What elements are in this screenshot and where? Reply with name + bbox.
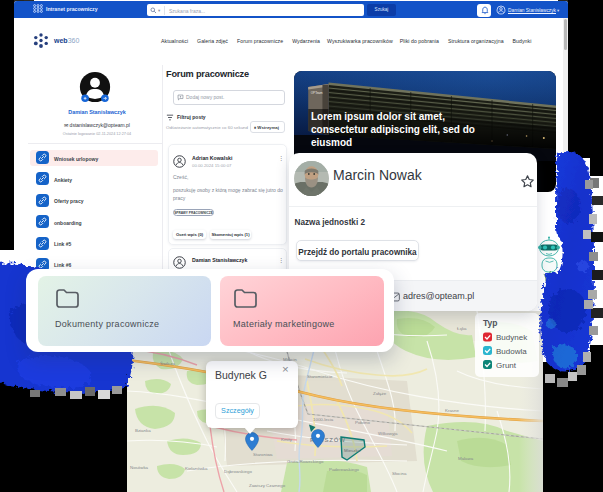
svg-text:Załęże: Załęże bbox=[373, 391, 387, 396]
svg-text:Grunt: Grunt bbox=[496, 361, 517, 370]
svg-text:Słocina: Słocina bbox=[392, 471, 407, 476]
svg-text:Grota-Roweckiego: Grota-Roweckiego bbox=[287, 459, 324, 464]
svg-text:Staromieście: Staromieście bbox=[307, 374, 333, 379]
svg-text:Krasne: Krasne bbox=[445, 408, 459, 413]
svg-text:1000-lecia: 1000-lecia bbox=[313, 417, 334, 422]
svg-text:Kielanówka: Kielanówka bbox=[185, 466, 208, 471]
svg-text:Zawiszy Czarnego: Zawiszy Czarnego bbox=[249, 483, 286, 488]
svg-text:Malawa: Malawa bbox=[458, 456, 474, 461]
svg-text:Wilkowyja: Wilkowyja bbox=[378, 431, 398, 436]
svg-text:Staroniwa: Staroniwa bbox=[253, 452, 273, 457]
svg-text:Świlcza: Świlcza bbox=[160, 361, 175, 366]
svg-text:Kmity: Kmity bbox=[281, 437, 293, 442]
svg-text:Pobitno: Pobitno bbox=[355, 420, 370, 425]
svg-text:Nosówka: Nosówka bbox=[130, 465, 149, 470]
svg-text:Mieszka: Mieszka bbox=[344, 448, 361, 453]
svg-text:Łąka: Łąka bbox=[457, 326, 467, 331]
svg-text:Typ: Typ bbox=[483, 318, 497, 328]
svg-text:Dąbrowskiego: Dąbrowskiego bbox=[224, 469, 252, 474]
svg-text:Paderewskiego: Paderewskiego bbox=[329, 467, 360, 472]
svg-text:OPTeam: OPTeam bbox=[311, 91, 323, 95]
svg-text:Bzianka: Bzianka bbox=[135, 428, 151, 433]
